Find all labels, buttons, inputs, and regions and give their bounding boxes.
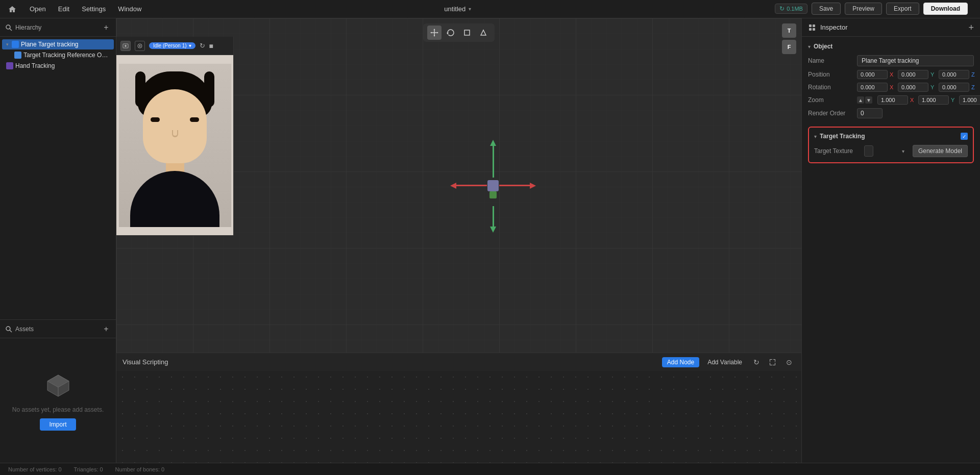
svg-marker-21 bbox=[434, 35, 435, 37]
position-x-group: X bbox=[857, 70, 895, 79]
inner-preview-panel: Idle (Person 1) ▾ ↻ ■ bbox=[116, 37, 234, 236]
svg-rect-29 bbox=[813, 28, 815, 31]
target-tracking-checkbox[interactable]: ✓ bbox=[961, 133, 968, 140]
zoom-x-label: X bbox=[910, 97, 915, 103]
position-z-group: Z bbox=[939, 70, 976, 79]
toolbar-transform-tool[interactable] bbox=[476, 26, 491, 40]
zoom-row: Zoom ▲ ▼ X Y Z bbox=[808, 95, 974, 105]
gizmo-arrow-down bbox=[490, 227, 496, 233]
download-button[interactable]: Download bbox=[923, 3, 968, 15]
3d-gizmo[interactable] bbox=[442, 135, 544, 237]
vs-label: Visual Scripting bbox=[122, 358, 168, 366]
rotation-row: Rotation X Y Z bbox=[808, 83, 974, 92]
position-y-group: Y bbox=[898, 70, 936, 79]
save-button[interactable]: Save bbox=[812, 3, 841, 15]
menu-settings[interactable]: Settings bbox=[77, 3, 111, 15]
inspector-add-button[interactable]: + bbox=[968, 23, 974, 32]
toolbar-rotate-tool[interactable] bbox=[444, 26, 458, 40]
svg-rect-25 bbox=[464, 30, 470, 35]
rotation-z-group: Z bbox=[939, 83, 976, 92]
render-order-label: Render Order bbox=[808, 110, 854, 117]
pos-x-label: X bbox=[890, 71, 895, 78]
hierarchy-header: Hierarchy + bbox=[0, 18, 116, 37]
toolbar-scale-tool[interactable] bbox=[460, 26, 474, 40]
window-title: untitled ▾ bbox=[149, 0, 767, 18]
assets-empty-icon bbox=[43, 370, 74, 401]
add-variable-button[interactable]: Add Variable bbox=[703, 357, 746, 367]
svg-marker-24 bbox=[447, 33, 449, 35]
rotation-z-input[interactable] bbox=[939, 83, 969, 92]
assets-empty-text: No assets yet, please add assets. bbox=[12, 406, 104, 413]
hierarchy-list: ▾ Plane Target tracking Target Tracking … bbox=[0, 37, 116, 73]
hierarchy-item-hand-tracking[interactable]: Hand Tracking bbox=[2, 61, 114, 71]
zoom-z-input[interactable] bbox=[959, 95, 980, 105]
home-icon[interactable] bbox=[6, 3, 18, 15]
target-tracking-header: ▾ Target Tracking ✓ bbox=[814, 133, 968, 140]
texture-label: Target Texture bbox=[814, 147, 860, 155]
svg-line-3 bbox=[10, 330, 12, 332]
object-section-arrow: ▾ bbox=[808, 44, 811, 49]
zoom-spinner-down[interactable]: ▼ bbox=[865, 96, 872, 104]
inner-idle-select[interactable]: Idle (Person 1) ▾ bbox=[149, 42, 195, 49]
hierarchy-item-plane-target[interactable]: ▾ Plane Target tracking bbox=[2, 39, 114, 49]
corner-t-badge: T bbox=[782, 23, 796, 38]
gizmo-arm-down bbox=[493, 206, 494, 228]
generate-model-button[interactable]: Generate Model bbox=[913, 145, 968, 157]
vertices-count: Number of vertices: 0 bbox=[8, 466, 62, 472]
viewport-toolbar bbox=[423, 23, 495, 42]
toolbar-move-tool[interactable] bbox=[427, 26, 442, 40]
hierarchy-item-target-ref[interactable]: Target Tracking Reference Object (don'..… bbox=[2, 50, 114, 60]
pos-y-label: Y bbox=[930, 71, 936, 78]
inspector-header: Inspector + bbox=[802, 18, 980, 37]
add-node-button[interactable]: Add Node bbox=[662, 357, 699, 367]
hierarchy-add-button[interactable]: + bbox=[102, 23, 111, 32]
vs-expand-button[interactable] bbox=[767, 356, 779, 368]
menu-open[interactable]: Open bbox=[24, 3, 51, 15]
svg-point-15 bbox=[125, 45, 127, 47]
zoom-y-input[interactable] bbox=[918, 95, 949, 105]
preview-button[interactable]: Preview bbox=[845, 3, 882, 15]
nose bbox=[172, 130, 178, 137]
svg-line-1 bbox=[10, 29, 12, 31]
inspector-icon bbox=[808, 23, 816, 32]
position-y-input[interactable] bbox=[898, 70, 928, 79]
menu-window[interactable]: Window bbox=[113, 3, 146, 15]
render-order-input[interactable] bbox=[857, 108, 883, 118]
object-name-row: Name bbox=[808, 55, 974, 66]
pos-z-label: Z bbox=[971, 71, 976, 78]
svg-point-2 bbox=[6, 327, 10, 331]
import-button[interactable]: Import bbox=[40, 418, 76, 431]
position-x-input[interactable] bbox=[857, 70, 888, 79]
zoom-x-input[interactable] bbox=[877, 95, 908, 105]
inner-refresh-button[interactable]: ↻ bbox=[200, 42, 205, 49]
position-z-input[interactable] bbox=[939, 70, 969, 79]
target-texture-select[interactable] bbox=[864, 145, 873, 157]
hierarchy-section: Hierarchy + ▾ Plane Target tracking Targ… bbox=[0, 18, 116, 319]
vs-canvas[interactable] bbox=[116, 371, 801, 463]
face-skin bbox=[143, 89, 207, 163]
zoom-x-group: X bbox=[877, 95, 915, 105]
rotation-x-input[interactable] bbox=[857, 83, 888, 92]
inner-stop-button[interactable]: ■ bbox=[209, 42, 213, 50]
export-button[interactable]: Export bbox=[886, 3, 919, 15]
menu-edit[interactable]: Edit bbox=[53, 3, 75, 15]
body bbox=[130, 171, 219, 227]
vs-refresh-button[interactable]: ↻ bbox=[750, 356, 763, 368]
object-section-header: ▾ Object bbox=[808, 43, 974, 50]
svg-rect-28 bbox=[809, 28, 812, 31]
gizmo-arrow-left bbox=[450, 183, 456, 189]
name-input[interactable] bbox=[857, 55, 974, 66]
inner-camera-button[interactable] bbox=[120, 41, 131, 51]
target-ref-label: Target Tracking Reference Object (don'..… bbox=[23, 52, 110, 59]
gizmo-arm-up bbox=[493, 146, 494, 178]
rotation-y-input[interactable] bbox=[898, 83, 928, 92]
vs-settings-button[interactable]: ⊙ bbox=[783, 356, 795, 368]
inner-target-button[interactable] bbox=[135, 41, 145, 51]
gizmo-arm-left bbox=[455, 185, 487, 186]
assets-add-button[interactable]: + bbox=[102, 324, 111, 334]
gizmo-arm-right bbox=[499, 185, 531, 186]
rotation-label: Rotation bbox=[808, 84, 854, 91]
zoom-spinner-up[interactable]: ▲ bbox=[857, 96, 864, 104]
tree-arrow-plane: ▾ bbox=[6, 42, 9, 47]
plane-target-icon bbox=[12, 41, 19, 48]
